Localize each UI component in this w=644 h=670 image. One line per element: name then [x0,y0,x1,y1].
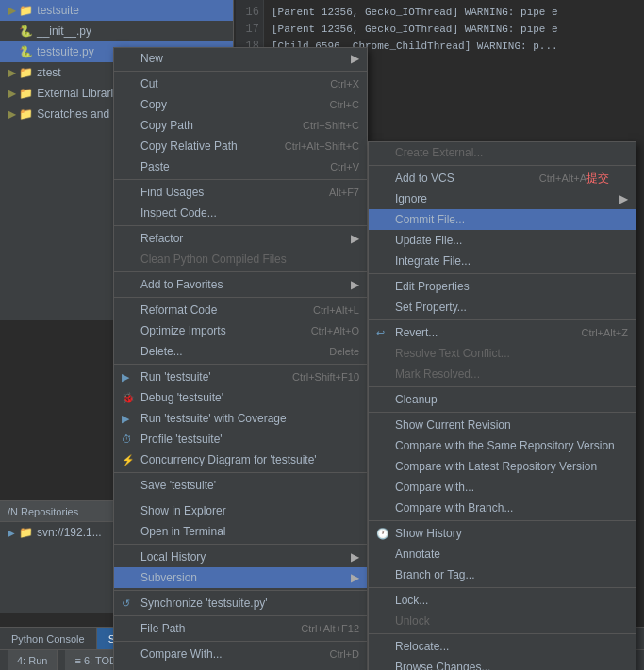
run-icon: ▶ [122,371,137,384]
menu-item-label: Refactor [140,232,347,245]
tree-item-testsuite[interactable]: ▶ 📁 testsuite [0,0,233,21]
menu-item-label: Revert... [395,326,573,339]
tree-item-label: External Libraries [37,87,124,100]
menu-item-local-history[interactable]: Local History ▶ [114,547,367,567]
menu-item-label: Ignore [395,192,616,205]
menu-item-reformat[interactable]: Reformat Code Ctrl+Alt+L [114,300,367,320]
menu-item-label: Optimize Imports [140,324,304,337]
menu-item-copy-relative-path[interactable]: Copy Relative Path Ctrl+Alt+Shift+C [114,136,367,156]
menu-item-label: Run 'testsuite' with Coverage [140,412,359,425]
menu-item-label: Open in Terminal [140,525,359,538]
menu-item-paste[interactable]: Paste Ctrl+V [114,156,367,177]
arrow-icon: ▶ [351,232,359,245]
shortcut-label: Ctrl+Alt+Z [581,327,628,338]
svn-header-label: /N Repositories [8,506,78,517]
menu-item-add-to-vcs[interactable]: Add to VCS Ctrl+Alt+A 提交 [369,168,636,188]
menu-item-show-explorer[interactable]: Show in Explorer [114,500,367,521]
menu-item-compare-editor[interactable]: Compare File with Editor [114,664,367,670]
menu-item-refactor[interactable]: Refactor ▶ [114,228,367,249]
folder-icon: ▶ 📁 [8,107,33,121]
menu-item-label: Add to VCS [395,172,532,185]
shortcut-label: Ctrl+Alt+L [313,304,359,316]
menu-item-integrate-file[interactable]: Integrate File... [369,251,636,271]
menu-item-ignore[interactable]: Ignore ▶ [369,188,636,209]
menu-item-run-coverage[interactable]: ▶ Run 'testsuite' with Coverage [114,408,367,429]
menu-item-annotate[interactable]: Annotate [369,544,636,564]
menu-item-debug[interactable]: 🐞 Debug 'testsuite' [114,387,367,408]
shortcut-label: Ctrl+Shift+F10 [292,371,359,383]
py-icon: 🐍 [19,45,33,58]
menu-item-label: Paste [140,160,322,173]
menu-item-copy[interactable]: Copy Ctrl+C [114,94,367,115]
menu-separator [369,165,636,166]
menu-item-open-terminal[interactable]: Open in Terminal [114,521,367,542]
menu-item-browse-changes[interactable]: Browse Changes... [369,657,636,670]
menu-item-unlock: Unlock [369,611,636,631]
menu-item-label: Delete... [140,345,322,358]
tree-item-init[interactable]: 🐍 __init__.py [0,21,233,41]
menu-item-relocate[interactable]: Relocate... [369,636,636,657]
expand-icon: ▶ [8,528,15,538]
menu-item-synchronize[interactable]: ↺ Synchronize 'testsuite.py' [114,593,367,613]
menu-item-commit-file[interactable]: Commit File... [369,209,636,230]
menu-item-file-path[interactable]: File Path Ctrl+Alt+F12 [114,618,367,639]
concurrency-icon: ⚡ [122,454,137,466]
menu-item-branch-tag[interactable]: Branch or Tag... [369,564,636,585]
menu-item-label: Reformat Code [140,303,305,317]
menu-item-update-file[interactable]: Update File... [369,230,636,251]
menu-item-cut[interactable]: Cut Ctrl+X [114,74,367,94]
menu-item-optimize-imports[interactable]: Optimize Imports Ctrl+Alt+O [114,320,367,341]
menu-item-compare-same-repo[interactable]: Compare with the Same Repository Version [369,435,636,456]
tab-python-console[interactable]: Python Console [0,628,97,650]
menu-item-cleanup[interactable]: Cleanup [369,389,636,410]
menu-item-label: Add to Favorites [140,278,347,291]
menu-item-label: Concurrency Diagram for 'testsuite' [140,453,359,466]
tab-label: Python Console [11,633,85,645]
sync-icon: ↺ [122,597,137,610]
menu-item-run[interactable]: ▶ Run 'testsuite' Ctrl+Shift+F10 [114,367,367,387]
menu-item-label: Local History [140,550,347,564]
menu-item-label: Run 'testsuite' [140,370,285,384]
status-tab-run[interactable]: 4: Run [8,650,58,671]
menu-item-revert[interactable]: ↩ Revert... Ctrl+Alt+Z [369,322,636,343]
menu-item-add-favorites[interactable]: Add to Favorites ▶ [114,274,367,295]
menu-item-label: Synchronize 'testsuite.py' [140,596,359,610]
menu-item-set-property[interactable]: Set Property... [369,297,636,318]
menu-separator [114,225,367,226]
menu-item-inspect-code[interactable]: Inspect Code... [114,203,367,223]
menu-item-subversion[interactable]: Subversion ▶ [114,567,367,588]
menu-item-compare-branch[interactable]: Compare with Branch... [369,498,636,518]
menu-item-concurrency[interactable]: ⚡ Concurrency Diagram for 'testsuite' [114,449,367,470]
arrow-icon: ▶ [619,192,628,205]
shortcut-label: Ctrl+Alt+Shift+C [285,140,359,152]
menu-separator [369,386,636,387]
menu-item-show-history[interactable]: 🕐 Show History [369,523,636,544]
menu-item-compare-with[interactable]: Compare With... Ctrl+D [114,644,367,664]
menu-item-label: Subversion [140,571,347,584]
menu-item-label: Show in Explorer [140,504,359,517]
menu-item-label: Mark Resolved... [395,368,628,381]
status-tab-label: 4: Run [17,655,47,666]
menu-item-lock[interactable]: Lock... [369,590,636,611]
menu-item-compare-with2[interactable]: Compare with... [369,477,636,498]
shortcut-label: Delete [329,346,359,357]
menu-item-profile[interactable]: ⏱ Profile 'testsuite' [114,429,367,449]
menu-item-copy-path[interactable]: Copy Path Ctrl+Shift+C [114,115,367,136]
menu-item-create-external: Create External... [369,142,636,163]
menu-item-edit-properties[interactable]: Edit Properties [369,276,636,297]
menu-item-delete[interactable]: Delete... Delete [114,341,367,362]
menu-item-show-current-revision[interactable]: Show Current Revision [369,415,636,435]
menu-item-compare-latest-repo[interactable]: Compare with Latest Repository Version [369,456,636,477]
shortcut-label: Ctrl+Shift+C [303,120,359,131]
menu-item-label: Find Usages [140,186,322,199]
tree-item-label: Scratches and C [37,107,121,121]
shortcut-label: Ctrl+X [330,78,359,90]
menu-separator [114,544,367,545]
menu-item-label: Browse Changes... [395,661,628,670]
menu-separator [369,520,636,521]
tree-item-label: testsuite [37,4,79,17]
menu-item-label: Lock... [395,594,628,607]
menu-item-save[interactable]: Save 'testsuite' [114,475,367,496]
menu-item-find-usages[interactable]: Find Usages Alt+F7 [114,182,367,203]
menu-item-new[interactable]: New ▶ [114,48,367,69]
